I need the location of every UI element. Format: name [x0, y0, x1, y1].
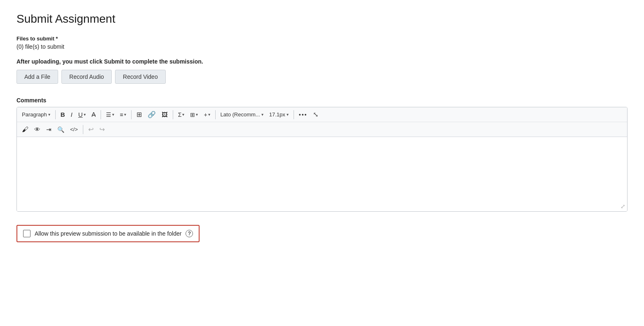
fullscreen-button[interactable]: ⤡ [310, 109, 321, 120]
rich-text-editor: Paragraph ▾ B I U ▾ A̶ ☰ ▾ ≡ ▾ [16, 107, 628, 212]
editor-toolbar: Paragraph ▾ B I U ▾ A̶ ☰ ▾ ≡ ▾ [17, 107, 627, 137]
paragraph-style-label: Paragraph [22, 111, 47, 118]
underline-button[interactable]: U ▾ [76, 109, 88, 120]
font-family-label: Lato (Recomm... [221, 111, 260, 118]
list-chevron-icon: ▾ [124, 112, 126, 117]
toolbar-separator-7 [83, 125, 83, 134]
insert-button[interactable]: + ▾ [201, 110, 212, 120]
align-icon: ☰ [106, 111, 111, 118]
table-chevron-icon: ▾ [196, 112, 198, 117]
list-icon: ≡ [120, 111, 123, 118]
record-video-button[interactable]: Record Video [115, 70, 166, 84]
toolbar-row-2: 🖌 👁 ⇥ 🔍 </> ↩ ↪ [17, 122, 627, 137]
page-title: Submit Assignment [16, 12, 628, 26]
underline-chevron-icon: ▾ [84, 112, 86, 117]
image-button[interactable]: 🖼 [159, 109, 170, 120]
table-icon: ⊞ [190, 111, 195, 118]
find-replace-button[interactable]: 🔍 [55, 125, 67, 135]
link-button[interactable]: 🔗 [145, 109, 158, 120]
upload-notice: After uploading, you must click Submit t… [16, 58, 628, 65]
paragraph-style-select[interactable]: Paragraph ▾ [19, 110, 53, 119]
add-file-button[interactable]: Add a File [16, 70, 58, 84]
sigma-icon: Σ [178, 111, 182, 118]
toolbar-separator-6 [294, 110, 294, 119]
toolbar-separator-5 [215, 110, 216, 119]
toolbar-separator-4 [173, 110, 173, 119]
table-button[interactable]: ⊞ ▾ [188, 110, 200, 120]
redo-button[interactable]: ↪ [97, 124, 107, 135]
list-button[interactable]: ≡ ▾ [118, 110, 129, 120]
preview-submission-checkbox[interactable] [23, 230, 31, 237]
toolbar-separator-3 [131, 110, 132, 119]
page-container: Submit Assignment Files to submit * (0) … [0, 0, 644, 255]
comments-label: Comments [16, 97, 628, 104]
sigma-chevron-icon: ▾ [182, 112, 184, 117]
record-audio-button[interactable]: Record Audio [61, 70, 112, 84]
font-size-chevron-icon: ▾ [287, 112, 289, 117]
italic-button[interactable]: I [68, 109, 75, 120]
indent-button[interactable]: ⇥ [44, 124, 54, 135]
plus-icon: + [204, 111, 207, 118]
strikethrough-button[interactable]: A̶ [89, 109, 98, 120]
align-chevron-icon: ▾ [112, 112, 114, 117]
plus-chevron-icon: ▾ [208, 112, 210, 117]
source-code-button[interactable]: </> [68, 125, 80, 134]
more-options-button[interactable]: ••• [296, 110, 310, 120]
resize-handle-icon: ⤢ [620, 203, 625, 210]
help-icon[interactable]: ? [186, 230, 193, 237]
toolbar-separator-2 [101, 110, 101, 119]
font-size-select[interactable]: 17.1px ▾ [267, 110, 291, 119]
formula-button[interactable]: Σ ▾ [176, 110, 187, 120]
format-painter-button[interactable]: 🖌 [19, 124, 31, 135]
editor-content-area[interactable]: ⤢ [17, 137, 627, 211]
preview-submission-label: Allow this preview submission to be avai… [35, 230, 181, 237]
font-size-label: 17.1px [269, 111, 285, 118]
preview-submission-row: Allow this preview submission to be avai… [16, 225, 200, 242]
align-button[interactable]: ☰ ▾ [103, 110, 117, 120]
files-count: (0) file(s) to submit [16, 43, 628, 50]
bold-button[interactable]: B [58, 109, 68, 120]
media-insert-button[interactable]: ⊞ [134, 109, 144, 120]
font-family-chevron-icon: ▾ [261, 112, 263, 117]
paragraph-chevron-icon: ▾ [48, 112, 50, 117]
toolbar-separator-1 [55, 110, 56, 119]
undo-button[interactable]: ↩ [86, 124, 96, 135]
action-buttons: Add a File Record Audio Record Video [16, 70, 628, 84]
show-blocks-button[interactable]: 👁 [32, 124, 43, 135]
files-label: Files to submit * [16, 35, 628, 42]
toolbar-row-1: Paragraph ▾ B I U ▾ A̶ ☰ ▾ ≡ ▾ [17, 107, 627, 122]
font-family-select[interactable]: Lato (Recomm... ▾ [218, 110, 266, 119]
